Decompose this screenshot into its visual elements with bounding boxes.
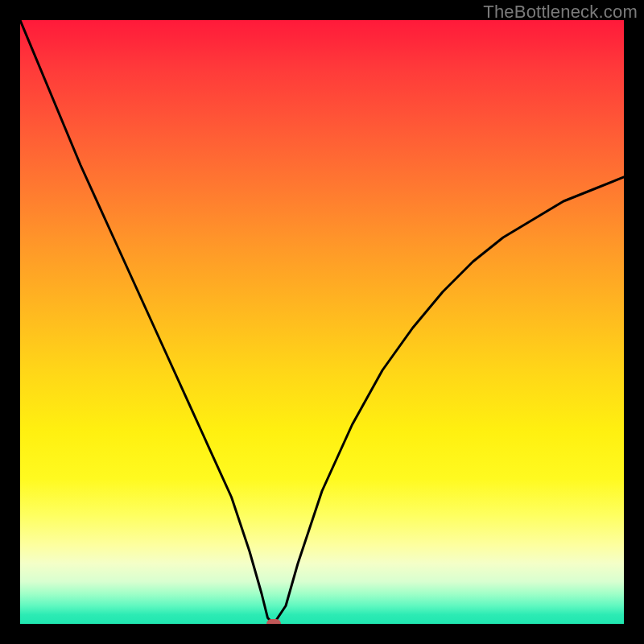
bottleneck-curve xyxy=(20,20,624,624)
plot-area xyxy=(20,20,624,624)
watermark-text: TheBottleneck.com xyxy=(483,2,638,23)
optimal-point-marker xyxy=(266,619,281,624)
chart-frame: TheBottleneck.com xyxy=(0,0,644,644)
